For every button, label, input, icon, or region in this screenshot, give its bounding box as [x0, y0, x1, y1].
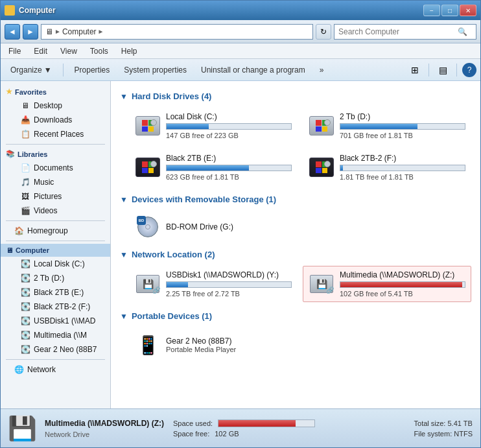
sidebar-item-desktop[interactable]: 🖥 Desktop — [1, 99, 110, 113]
network-section-header: ▼ Network Location (2) — [120, 250, 471, 259]
music-icon: 🎵 — [20, 177, 30, 187]
network-icon: 🌐 — [14, 364, 24, 375]
drive-info-d: 2 Tb (D:) 701 GB free of 1.81 TB — [340, 112, 465, 139]
status-fs-label: File system: — [414, 430, 452, 438]
status-bar: 💾 Multimedia (\\MADSWORLD) (Z:) Network … — [1, 408, 480, 447]
status-progress-fill — [218, 420, 295, 427]
downloads-label: Downloads — [34, 115, 72, 124]
drive-sidebar-label-3: Black 2TB-2 (F:) — [34, 302, 90, 311]
pictures-label: Pictures — [34, 192, 62, 201]
drive-sidebar-icon-0: 💽 — [20, 259, 30, 269]
removable-section-arrow[interactable]: ▼ — [120, 195, 128, 204]
refresh-button[interactable]: ↻ — [316, 24, 331, 40]
sidebar-item-recent[interactable]: 📋 Recent Places — [1, 127, 110, 141]
window-app-icon — [5, 5, 15, 16]
sidebar-header-libraries[interactable]: 📚 Libraries — [1, 147, 110, 161]
drive-2tb-d[interactable]: 2 Tb (D:) 701 GB free of 1.81 TB — [303, 108, 471, 144]
back-button[interactable]: ◄ — [5, 24, 20, 40]
sidebar-item-documents[interactable]: 📄 Documents — [1, 161, 110, 175]
drive-multimedia-z[interactable]: 💾 Multimedia (\\MADSWORLD) (Z:) 102 GB f… — [303, 266, 471, 302]
status-space-used-label: Space used: — [173, 419, 213, 427]
drive-progress-fill-e — [167, 165, 249, 171]
uninstall-button[interactable]: Uninstall or change a program — [195, 62, 311, 78]
sidebar-item-drive-5[interactable]: 💽Multimedia (\\M — [1, 328, 110, 342]
drive-black-e[interactable]: Black 2TB (E:) 623 GB free of 1.81 TB — [129, 149, 298, 185]
view-toggle-button[interactable]: ⊞ — [406, 62, 423, 78]
portable-section-arrow[interactable]: ▼ — [120, 312, 128, 321]
drive-free-d: 701 GB free of 1.81 TB — [340, 132, 465, 139]
documents-icon: 📄 — [20, 163, 30, 173]
menu-edit[interactable]: Edit — [30, 45, 51, 57]
drive-gear2-neo[interactable]: 📱 Gear 2 Neo (88B7) Portable Media Playe… — [129, 327, 471, 362]
sidebar-header-favorites[interactable]: ★ Favorites — [1, 85, 110, 99]
status-col-name: Multimedia (\\MADSWORLD) (Z:) Network Dr… — [45, 419, 164, 438]
drive-sidebar-label-1: 2 Tb (D:) — [34, 274, 64, 283]
organize-button[interactable]: Organize ▼ — [5, 62, 58, 78]
favorites-label: Favorites — [15, 88, 47, 96]
sidebar-section-favorites: ★ Favorites 🖥 Desktop 📥 Downloads 📋 Rece… — [1, 85, 110, 141]
drive-sidebar-label-5: Multimedia (\\M — [34, 331, 87, 340]
drive-usb-y[interactable]: 💾 USBDisk1 (\\MADSWORLD) (Y:) 2.25 TB fr… — [129, 266, 298, 302]
drive-icon-e — [135, 156, 161, 179]
drive-sidebar-label-4: USBDisk1 (\\MAD — [34, 316, 95, 325]
status-space-free-label: Space free: — [173, 430, 209, 438]
sidebar-item-downloads[interactable]: 📥 Downloads — [1, 113, 110, 127]
forward-button[interactable]: ► — [23, 24, 38, 40]
removable-section-header: ▼ Devices with Removable Storage (1) — [120, 195, 471, 204]
sidebar-item-drive-2[interactable]: 💽Black 2TB (E:) — [1, 285, 110, 300]
maximize-button[interactable]: □ — [441, 5, 458, 16]
network-section-arrow[interactable]: ▼ — [120, 250, 128, 259]
drive-progress-fill-z — [340, 282, 462, 287]
address-path[interactable]: 🖥 ► Computer ► — [41, 24, 313, 40]
drive-black-f[interactable]: Black 2TB-2 (F:) 1.81 TB free of 1.81 TB — [303, 149, 471, 185]
search-input[interactable] — [338, 27, 455, 36]
status-total-value: 5.41 TB — [448, 419, 473, 427]
more-button[interactable]: » — [314, 62, 330, 78]
drive-bdrom-g[interactable]: BD BD-ROM Drive (G:) — [129, 211, 471, 243]
main-area: ★ Favorites 🖥 Desktop 📥 Downloads 📋 Rece… — [1, 81, 480, 408]
drive-free-z: 102 GB free of 5.41 TB — [340, 290, 465, 298]
sidebar-header-computer[interactable]: 🖥 Computer — [1, 244, 110, 257]
sidebar-item-drive-6[interactable]: 💽Gear 2 Neo (88B7 — [1, 342, 110, 357]
sidebar-item-drive-3[interactable]: 💽Black 2TB-2 (F:) — [1, 300, 110, 314]
sidebar-item-drive-1[interactable]: 💽2 Tb (D:) — [1, 271, 110, 285]
menu-tools[interactable]: Tools — [86, 45, 112, 57]
drive-local-c[interactable]: Local Disk (C:) 147 GB free of 223 GB — [129, 108, 298, 144]
address-path-text: Computer — [62, 27, 97, 36]
drive-sidebar-icon-4: 💽 — [20, 316, 30, 326]
main-window: Computer − □ ✕ ◄ ► 🖥 ► Computer ► ↻ 🔍 Fi… — [0, 0, 481, 448]
search-icon: 🔍 — [458, 27, 467, 36]
system-properties-button[interactable]: System properties — [118, 62, 193, 78]
preview-pane-button[interactable]: ▤ — [434, 62, 451, 78]
sidebar-item-pictures[interactable]: 🖼 Pictures — [1, 189, 110, 204]
status-drive-type: Network Drive — [45, 430, 164, 438]
toolbar-separator-1 — [63, 64, 64, 77]
drive-name-d: 2 Tb (D:) — [340, 112, 465, 121]
menu-file[interactable]: File — [5, 45, 25, 57]
sidebar-item-network[interactable]: 🌐 Network — [1, 362, 110, 377]
drive-icon-f — [309, 156, 334, 179]
bdrom-info: BD-ROM Drive (G:) — [166, 222, 465, 231]
sidebar-item-drive-0[interactable]: 💽Local Disk (C:) — [1, 257, 110, 271]
drive-name-c: Local Disk (C:) — [166, 112, 292, 121]
help-button[interactable]: ? — [462, 63, 476, 77]
menu-help[interactable]: Help — [117, 45, 141, 57]
drive-free-c: 147 GB free of 223 GB — [166, 132, 292, 139]
close-button[interactable]: ✕ — [460, 5, 476, 16]
net-hdd-icon: 💾 — [143, 279, 154, 289]
menu-view[interactable]: View — [56, 45, 81, 57]
net-hdd-icon-z: 💾 — [316, 279, 327, 289]
hdd-section-arrow[interactable]: ▼ — [120, 92, 128, 101]
bdrom-name: BD-ROM Drive (G:) — [166, 222, 465, 231]
drive-free-e: 623 GB free of 1.81 TB — [166, 173, 292, 181]
sidebar-divider-4 — [6, 359, 105, 360]
toolbar-separator-3 — [456, 64, 457, 77]
sidebar-item-drive-4[interactable]: 💽USBDisk1 (\\MAD — [1, 314, 110, 328]
drive-progress-fill-y — [167, 282, 188, 287]
sidebar-item-videos[interactable]: 🎬 Videos — [1, 204, 110, 218]
sidebar-item-homegroup[interactable]: 🏠 Homegroup — [1, 224, 110, 238]
sidebar-item-music[interactable]: 🎵 Music — [1, 175, 110, 189]
properties-button[interactable]: Properties — [69, 62, 116, 78]
sidebar-divider-3 — [6, 241, 105, 241]
minimize-button[interactable]: − — [423, 5, 440, 16]
